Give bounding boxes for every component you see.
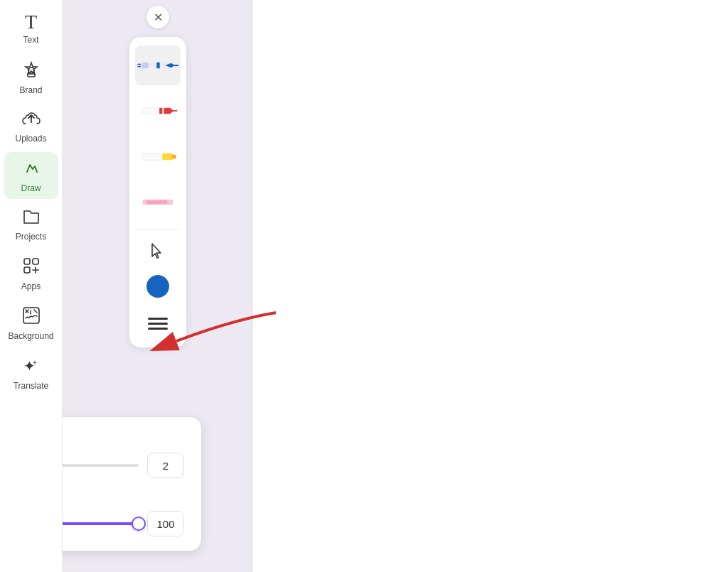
pen-tool-yellow[interactable] xyxy=(135,136,181,176)
sidebar-item-text[interactable]: T Text xyxy=(4,6,58,51)
sidebar-item-label: Background xyxy=(8,331,53,341)
sidebar-item-background[interactable]: Background xyxy=(4,300,58,347)
transparency-value: 100 xyxy=(156,518,174,530)
brand-icon xyxy=(21,60,41,82)
close-button[interactable]: ✕ xyxy=(146,6,169,28)
translate-icon: ✦ + xyxy=(21,355,41,378)
uploads-icon xyxy=(21,109,41,131)
close-icon: ✕ xyxy=(154,11,163,24)
cursor-tool[interactable] xyxy=(135,237,181,265)
svg-rect-3 xyxy=(24,259,30,264)
transparency-value-box[interactable]: 100 xyxy=(147,511,184,536)
yellow-pen-svg xyxy=(135,141,181,172)
pen-tool-pink[interactable] xyxy=(135,182,181,222)
hamburger-icon xyxy=(145,315,171,333)
tool-picker-card xyxy=(129,37,186,347)
weight-value: 2 xyxy=(163,460,168,472)
sidebar-item-draw[interactable]: Draw xyxy=(4,152,58,199)
sidebar-item-label: Draw xyxy=(21,183,41,193)
svg-text:+: + xyxy=(33,359,37,367)
divider xyxy=(136,229,179,230)
lines-tool[interactable] xyxy=(135,308,181,339)
transparency-thumb[interactable] xyxy=(132,517,146,531)
sidebar-item-brand[interactable]: Brand xyxy=(4,54,58,101)
color-picker[interactable] xyxy=(135,271,181,302)
sidebar-item-apps[interactable]: Apps xyxy=(4,250,58,297)
pen-tool-red[interactable] xyxy=(135,91,181,131)
sidebar-item-label: Projects xyxy=(16,232,46,242)
cursor-icon xyxy=(148,241,168,261)
middle-panel: ✕ xyxy=(63,0,253,572)
svg-rect-0 xyxy=(28,74,35,77)
red-pen-svg xyxy=(135,95,181,126)
pink-pen-svg xyxy=(135,186,181,217)
sidebar-item-uploads[interactable]: Uploads xyxy=(4,104,58,149)
svg-rect-22 xyxy=(172,155,176,158)
sidebar-item-translate[interactable]: ✦ + Translate xyxy=(4,350,58,396)
sidebar-item-label: Apps xyxy=(21,281,41,291)
sidebar-item-label: Text xyxy=(23,35,38,45)
draw-icon xyxy=(21,158,41,180)
sidebar-item-label: Uploads xyxy=(15,134,46,144)
svg-rect-17 xyxy=(156,63,159,69)
sidebar-item-label: Translate xyxy=(14,381,49,391)
color-swatch xyxy=(146,275,169,298)
svg-rect-24 xyxy=(146,200,167,204)
svg-rect-21 xyxy=(162,153,173,161)
sidebar-item-projects[interactable]: Projects xyxy=(4,202,58,247)
pen-tool-blue[interactable] xyxy=(135,45,181,85)
svg-rect-19 xyxy=(159,108,162,114)
svg-rect-4 xyxy=(33,259,38,264)
text-icon: T xyxy=(25,12,37,32)
svg-rect-5 xyxy=(24,267,30,273)
apps-icon xyxy=(21,256,41,279)
weight-value-box[interactable]: 2 xyxy=(147,453,184,478)
blue-pen-svg xyxy=(135,50,181,81)
svg-rect-20 xyxy=(143,153,163,161)
svg-rect-16 xyxy=(142,63,149,69)
canvas-area[interactable] xyxy=(253,0,728,572)
svg-line-12 xyxy=(34,310,37,313)
sidebar: T Text Brand Uploads D xyxy=(0,0,63,572)
background-icon xyxy=(21,306,41,328)
projects-icon xyxy=(21,207,41,229)
sidebar-item-label: Brand xyxy=(19,85,42,95)
